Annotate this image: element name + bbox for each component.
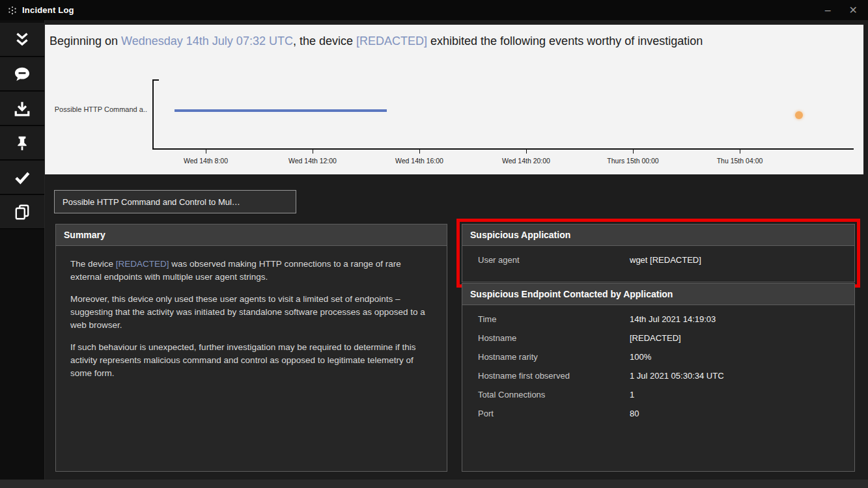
- copy-icon: [14, 204, 31, 221]
- x-tick-label: Wed 14th 20:00: [481, 157, 572, 165]
- suspicious-endpoint-rows: Time 14th Jul 2021 14:19:03 Hostname [RE…: [462, 305, 854, 435]
- x-tick: [740, 150, 740, 154]
- event-span-http-command[interactable]: [175, 109, 387, 112]
- event-dot-endpoint-contact[interactable]: [795, 111, 803, 119]
- kv-label: Hostname first observed: [478, 371, 630, 381]
- sidebar-button-collapse-all[interactable]: [0, 23, 44, 57]
- x-tick: [526, 150, 527, 154]
- suspicious-endpoint-panel: Suspicious Endpoint Contacted by Applica…: [462, 283, 855, 472]
- tab-label: Possible HTTP Command and Control to Mul…: [63, 197, 240, 207]
- suspicious-application-header: Suspicious Application: [462, 224, 854, 246]
- x-tick-label: Wed 14th 8:00: [160, 157, 251, 165]
- tab-incident-event[interactable]: Possible HTTP Command and Control to Mul…: [54, 190, 296, 213]
- kv-value: 14th Jul 2021 14:19:03: [630, 314, 716, 324]
- sidebar-button-comment[interactable]: [0, 57, 44, 91]
- summary-panel-header: Summary: [56, 224, 447, 246]
- sidebar-button-acknowledge[interactable]: [0, 161, 44, 195]
- window-controls: – ✕: [822, 4, 860, 17]
- kv-value: 80: [630, 409, 639, 418]
- sidebar-button-copy[interactable]: [0, 195, 44, 229]
- minimize-button[interactable]: –: [822, 4, 833, 17]
- double-chevron-down-icon: [14, 31, 31, 48]
- kv-value: [REDACTED]: [630, 333, 681, 343]
- window-title: Incident Log: [22, 5, 74, 15]
- timeline-chart: Possible HTTP Command a.. Wed 14th 8:00 …: [45, 25, 863, 174]
- kv-row-time: Time 14th Jul 2021 14:19:03: [462, 314, 854, 333]
- check-icon: [14, 169, 31, 186]
- x-tick-label: Wed 14th 16:00: [374, 157, 465, 165]
- kv-label: Hostname: [478, 333, 630, 343]
- kv-row-user-agent: User agent wget [REDACTED]: [462, 255, 854, 274]
- chart-y-axis-tick: [152, 79, 159, 81]
- sidebar-button-download[interactable]: [0, 92, 44, 126]
- summary-panel: Summary The device [REDACTED] was observ…: [55, 224, 447, 472]
- kv-value: 1 Jul 2021 05:30:34 UTC: [630, 371, 724, 381]
- summary-device: [REDACTED]: [116, 259, 169, 269]
- x-tick: [633, 150, 634, 154]
- kv-value: 100%: [630, 352, 651, 362]
- summary-title: Summary: [64, 230, 105, 240]
- x-tick-label: Thu 15th 04:00: [694, 157, 785, 165]
- kv-row-total-connections: Total Connections 1: [462, 390, 854, 409]
- suspicious-endpoint-header: Suspicious Endpoint Contacted by Applica…: [462, 284, 854, 305]
- close-button[interactable]: ✕: [847, 4, 860, 17]
- chart-row-label: Possible HTTP Command a..: [45, 105, 147, 113]
- kv-value: wget [REDACTED]: [630, 255, 701, 265]
- speech-bubble-icon: [14, 66, 31, 83]
- summary-paragraph-2: Moreover, this device only used these us…: [70, 293, 432, 332]
- sidebar: [0, 20, 45, 488]
- x-tick: [313, 150, 313, 154]
- summary-paragraph-3: If such behaviour is unexpected, further…: [70, 341, 432, 380]
- x-tick-label: Thurs 15th 00:00: [587, 157, 679, 165]
- chart-x-axis: [152, 148, 854, 150]
- sidebar-button-pin[interactable]: [0, 126, 44, 160]
- kv-label: User agent: [478, 255, 630, 265]
- download-icon: [14, 100, 31, 117]
- x-tick: [419, 150, 420, 154]
- kv-label: Port: [478, 409, 630, 418]
- kv-row-hostname: Hostname [REDACTED]: [462, 333, 854, 352]
- app-logo-icon: [8, 6, 17, 15]
- kv-label: Hostname rarity: [478, 352, 630, 362]
- kv-row-port: Port 80: [462, 409, 854, 427]
- x-tick-label: Wed 14th 12:00: [267, 157, 358, 165]
- kv-row-hostname-first-observed: Hostname first observed 1 Jul 2021 05:30…: [462, 371, 854, 390]
- suspicious-application-rows: User agent wget [REDACTED]: [462, 246, 854, 282]
- x-tick: [206, 150, 206, 154]
- suspicious-application-panel: Suspicious Application User agent wget […: [462, 224, 855, 282]
- kv-label: Total Connections: [478, 390, 630, 400]
- kv-row-hostname-rarity: Hostname rarity 100%: [462, 352, 854, 371]
- title-bar: Incident Log – ✕: [0, 0, 868, 20]
- incident-log-window: Incident Log – ✕: [0, 0, 868, 488]
- kv-value: 1: [630, 390, 634, 400]
- summary-paragraph-1: The device [REDACTED] was observed makin…: [70, 258, 432, 284]
- chart-y-axis: [152, 79, 154, 149]
- suspicious-application-title: Suspicious Application: [470, 230, 570, 240]
- kv-label: Time: [478, 314, 630, 324]
- suspicious-endpoint-title: Suspicious Endpoint Contacted by Applica…: [470, 289, 673, 299]
- pin-icon: [14, 135, 31, 152]
- summary-body: The device [REDACTED] was observed makin…: [56, 246, 447, 380]
- main-area: Beginning on Wednesday 14th July 07:32 U…: [45, 20, 868, 488]
- status-bar: [0, 480, 868, 488]
- incident-header-panel: Beginning on Wednesday 14th July 07:32 U…: [45, 25, 863, 174]
